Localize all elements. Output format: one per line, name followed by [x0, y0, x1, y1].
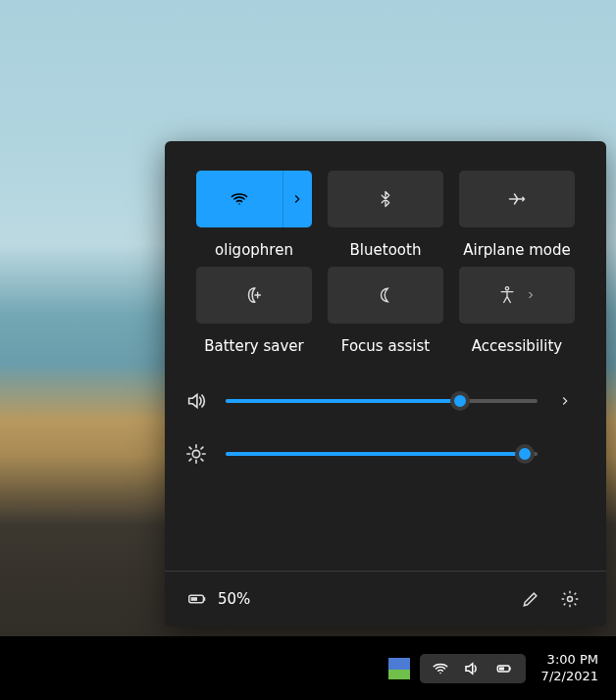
settings-button[interactable]: [555, 584, 585, 614]
speaker-icon: [463, 660, 481, 677]
svg-rect-9: [509, 667, 511, 670]
brightness-thumb[interactable]: [515, 444, 535, 464]
svg-rect-10: [498, 667, 503, 670]
accessibility-icon: [497, 285, 517, 305]
battery-saver-icon: [243, 284, 265, 306]
quick-settings-tiles: oligophren Bluetooth A: [165, 141, 606, 365]
chevron-right-icon: [290, 192, 304, 206]
gear-icon: [560, 589, 580, 609]
brightness-fill: [226, 452, 525, 456]
volume-thumb[interactable]: [450, 391, 470, 411]
brightness-icon: [184, 443, 208, 465]
sliders-section: [165, 371, 606, 484]
airplane-icon: [507, 189, 527, 209]
moon-icon: [377, 286, 394, 304]
accessibility-label: Accessibility: [472, 337, 562, 355]
panel-footer: 50%: [165, 571, 606, 626]
bluetooth-label: Bluetooth: [350, 241, 422, 259]
bluetooth-toggle[interactable]: [328, 171, 443, 227]
battery-saver-toggle[interactable]: [196, 267, 312, 324]
battery-percentage: 50%: [218, 590, 250, 608]
svg-point-7: [439, 672, 441, 674]
clock[interactable]: 3:00 PM 7/2/2021: [534, 652, 606, 685]
volume-fill: [226, 399, 460, 403]
svg-point-0: [238, 203, 240, 205]
speaker-icon: [184, 390, 208, 412]
pencil-icon: [521, 589, 540, 609]
svg-point-2: [192, 450, 199, 457]
edit-button[interactable]: [516, 584, 545, 614]
chevron-right-icon: [525, 289, 537, 301]
brightness-slider[interactable]: [226, 452, 538, 456]
battery-icon: [494, 660, 514, 677]
accessibility-toggle[interactable]: [459, 267, 575, 324]
battery-saver-label: Battery saver: [204, 337, 304, 355]
tray-app-icon[interactable]: [388, 658, 410, 679]
svg-rect-4: [203, 597, 205, 601]
airplane-mode-toggle[interactable]: [459, 171, 575, 227]
svg-point-1: [505, 287, 508, 290]
svg-point-6: [568, 597, 573, 602]
bluetooth-icon: [377, 190, 394, 208]
tray-status-pill[interactable]: [420, 654, 526, 683]
clock-time: 3:00 PM: [541, 652, 598, 669]
wifi-expand-button[interactable]: [282, 171, 312, 227]
volume-expand-button[interactable]: [555, 394, 575, 408]
wifi-toggle[interactable]: [196, 171, 312, 227]
wifi-icon: [432, 660, 449, 677]
wifi-icon: [230, 189, 249, 209]
svg-rect-5: [191, 597, 197, 601]
focus-assist-label: Focus assist: [341, 337, 430, 355]
volume-slider[interactable]: [226, 399, 538, 403]
clock-date: 7/2/2021: [541, 669, 598, 685]
airplane-label: Airplane mode: [463, 241, 571, 259]
quick-settings-panel: oligophren Bluetooth A: [165, 141, 606, 626]
system-tray: 3:00 PM 7/2/2021: [388, 636, 606, 700]
wifi-label: oligophren: [215, 241, 293, 259]
battery-icon: [186, 588, 208, 610]
focus-assist-toggle[interactable]: [328, 267, 443, 324]
